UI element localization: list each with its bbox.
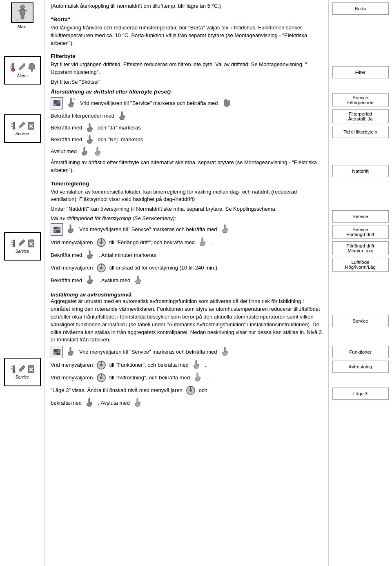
svg-rect-3 — [25, 10, 27, 11]
max-label: Max. — [18, 24, 27, 29]
rbox-funktioner-label: Funktioner — [349, 350, 371, 354]
rbox-avfrostning-label: Avfrostning — [349, 364, 372, 369]
avfrost-action-2: Vrid menyväljaren till "Funktioner", och… — [51, 359, 323, 371]
filter-p1: Byt filter vid utgången driftstid. Effek… — [51, 61, 323, 76]
filter-action-3b-text: och "Ja" markeras — [98, 124, 140, 132]
filter-action-2: Bekräfta filterperioden med — [51, 111, 323, 121]
alarm-icon-block: Alarm — [4, 56, 41, 85]
rbox-service-timer: Service — [332, 210, 389, 223]
hand-icon-5b — [92, 146, 103, 157]
service-icon-block-3: Service — [4, 358, 41, 386]
hand-icon-5a — [79, 146, 90, 157]
knob-icon-t4 — [96, 262, 107, 274]
svg-point-43 — [100, 241, 102, 244]
rbox-service-filterperiod: Service Filterperiode — [332, 93, 389, 107]
svg-point-20 — [19, 127, 21, 128]
filter-action-2-text: Bekräfta filterperioden med — [51, 112, 114, 120]
knob-icon-a2 — [96, 359, 107, 371]
svg-rect-5 — [22, 15, 24, 19]
right-column: Borta Filter Service Filterperiode Filte… — [329, 0, 392, 566]
svg-point-38 — [19, 370, 21, 372]
filter-note: Återställning av driftstid efter filterb… — [51, 159, 323, 174]
hand-icon-1b — [220, 97, 233, 109]
svg-point-52 — [100, 377, 102, 379]
hand-icon-a5a — [84, 397, 96, 409]
svg-point-29 — [19, 244, 21, 246]
max-icon-block: ↑↓ Max. — [0, 0, 45, 31]
hand-icon-1a — [65, 97, 78, 109]
rbox-tid-filterbyte-label: Tid til filterbyte x — [343, 129, 377, 134]
rbox-forlangd-minuter: Förlängd drift Minuter: xxx — [332, 241, 389, 255]
timer-action-4-text: Vrid menyväljaren — [51, 264, 93, 272]
main-content: (Automatisk återkoppling till normaldrif… — [45, 0, 329, 566]
rbox-filterperiod-ja: Filterperiod Återställ: Ja — [332, 109, 389, 123]
svg-point-34 — [13, 370, 15, 373]
avfrost-action-4: "Läge 3" visas. Ändra till önskad nivå m… — [51, 385, 323, 396]
timer-title: Timerreglering — [51, 180, 323, 187]
avfrost-action-2b-text: till "Funktioner", och bekräfta med — [109, 361, 189, 370]
intro-text: (Automatisk återkoppling till normaldrif… — [51, 2, 323, 10]
timer-p1: Vid ventilation av kommersiella lokaler,… — [51, 188, 323, 204]
rbox-filter-label: Filter — [355, 70, 366, 75]
rbox-service-avfrost: Service — [332, 315, 389, 327]
borta-p1: Vid långvarig frånvaro och reducerad rum… — [51, 24, 323, 47]
timer-action-5b-text: . Avsluta med — [98, 276, 130, 285]
rbox-tid-filterbyte: Tid til filterbyte x — [332, 126, 389, 138]
rbox-service-timer-label: Service — [352, 214, 368, 219]
hand-icon-t5a — [85, 275, 96, 286]
timer-action-2b-text: till "Förlängd drift", och bekräfta med — [109, 238, 195, 247]
filter-action-5-text: Avslut med — [51, 147, 77, 156]
filter-action-5: Avslut med — [51, 146, 323, 157]
timer-action-3-text: Bekräfta med — [51, 251, 82, 260]
rbox-avfrostning: Avfrostning — [332, 361, 389, 373]
rbox-borta: Borta — [332, 2, 389, 15]
panel-icon-1 — [51, 97, 63, 109]
avfrost-action-4b-text: och — [199, 386, 207, 395]
rbox-forlangd-minuter-label: Förlängd drift Minuter: xxx — [347, 243, 374, 253]
svg-point-8 — [11, 68, 15, 71]
svg-rect-24 — [13, 240, 15, 245]
timer-action-4: Vrid menyväljaren till önskad tid för öv… — [51, 262, 323, 274]
rbox-filterperiod-ja-label: Filterperiod Återställ: Ja — [348, 111, 372, 121]
max-icon: ↑↓ — [11, 2, 33, 23]
rbox-luftflode: Luftflöde Hög/Norm/Låg — [332, 258, 389, 272]
filter-action-1: Vrid menyväljaren till "Service" markera… — [51, 97, 323, 109]
panel-icon-a1 — [51, 346, 63, 358]
svg-point-49 — [100, 364, 102, 366]
avfrost-section: Inställning av avfrostningsnivå Aggregat… — [51, 292, 323, 409]
service-icon-block-1: Service — [4, 114, 41, 143]
hand-icon-2 — [117, 111, 127, 121]
filter-action-3: Bekräfta med och "Ja" markeras — [51, 123, 323, 133]
rbox-lage3-label: Läge 3 — [353, 391, 368, 396]
filter-action-1-text: Vrid menyväljaren till "Service" markera… — [80, 99, 218, 108]
avfrost-action-1: Vrid menyväljaren till "Service" markera… — [51, 346, 323, 358]
alarm-icon-row — [9, 62, 36, 72]
filter-reset-title: Återställning av driftstid efter filterb… — [51, 89, 323, 95]
service-icon-inner-1 — [10, 121, 35, 130]
svg-point-25 — [13, 245, 15, 247]
service-label-1: Service — [16, 131, 29, 136]
alarm-label: Alarm — [17, 74, 27, 78]
filter-action-4-text: Bekräfta med — [51, 136, 82, 144]
rbox-service-filterperiod-label: Service Filterperiode — [347, 95, 374, 105]
knob-icon-t2 — [96, 237, 107, 248]
filter-p2: Byt filter:Se "Skötsel" — [51, 78, 323, 86]
avfrost-action-1-text: Vrid menyväljaren till "Service" markera… — [79, 348, 217, 357]
svg-text:↑↓: ↑↓ — [15, 18, 18, 22]
timer-subsection-title: Val av driftsperiod för överstyrning (Se… — [51, 215, 323, 221]
svg-rect-2 — [18, 10, 20, 11]
hand-icon-4a — [85, 134, 95, 145]
svg-point-46 — [100, 267, 102, 269]
filter-action-4: Bekräfta med och "Nej" markeras — [51, 134, 323, 145]
svg-point-12 — [19, 69, 21, 70]
avfrost-action-4-text: "Läge 3" visas. Ändra till önskad nivå m… — [51, 386, 183, 395]
svg-point-55 — [189, 389, 192, 392]
rbox-nattdrift-label: Nattdrift — [352, 169, 368, 174]
timer-action-2-text: Vrid menyväljaren — [51, 238, 93, 247]
rbox-funktioner: Funktioner — [332, 346, 389, 358]
borta-title: "Borta" — [51, 16, 323, 22]
hand-icon-t3 — [85, 250, 96, 261]
svg-rect-4 — [21, 15, 22, 19]
rbox-borta-label: Borta — [355, 6, 366, 11]
timer-action-3: Bekräfta med . Antal minuter markeras — [51, 250, 323, 261]
